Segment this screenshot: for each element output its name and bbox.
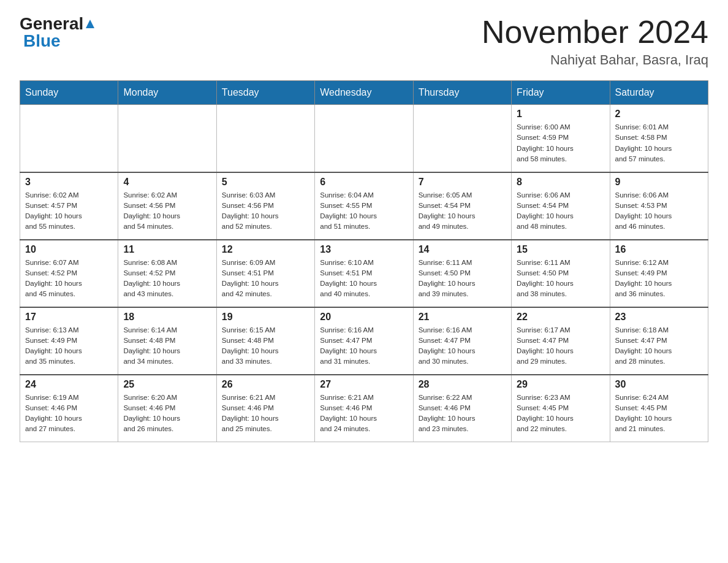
col-header-friday: Friday (512, 81, 610, 105)
day-cell (413, 105, 511, 172)
header: General Blue November 2024 Nahiyat Bahar… (20, 15, 708, 68)
day-info: Sunrise: 6:23 AMSunset: 4:45 PMDaylight:… (517, 393, 604, 435)
day-info: Sunrise: 6:05 AMSunset: 4:54 PMDaylight:… (419, 190, 506, 232)
day-cell (20, 105, 118, 172)
day-cell: 20Sunrise: 6:16 AMSunset: 4:47 PMDayligh… (315, 307, 413, 375)
logo-general: General (20, 14, 83, 33)
day-number: 24 (25, 379, 113, 390)
day-cell: 3Sunrise: 6:02 AMSunset: 4:57 PMDaylight… (20, 172, 118, 240)
day-cell: 18Sunrise: 6:14 AMSunset: 4:48 PMDayligh… (118, 307, 216, 375)
week-row-1: 1Sunrise: 6:00 AMSunset: 4:59 PMDaylight… (20, 105, 708, 172)
day-number: 14 (419, 244, 506, 255)
col-header-wednesday: Wednesday (315, 81, 413, 105)
logo-area: General Blue (20, 15, 96, 51)
day-number: 10 (25, 244, 113, 255)
location-subtitle: Nahiyat Bahar, Basra, Iraq (482, 52, 708, 68)
day-cell: 1Sunrise: 6:00 AMSunset: 4:59 PMDaylight… (512, 105, 610, 172)
logo-triangle-icon (85, 15, 96, 33)
day-info: Sunrise: 6:15 AMSunset: 4:48 PMDaylight:… (222, 325, 309, 367)
day-info: Sunrise: 6:16 AMSunset: 4:47 PMDaylight:… (320, 325, 408, 367)
day-number: 19 (222, 312, 309, 323)
day-number: 17 (25, 312, 113, 323)
day-number: 8 (517, 177, 604, 188)
logo-blue-line: Blue (23, 31, 96, 51)
day-cell: 23Sunrise: 6:18 AMSunset: 4:47 PMDayligh… (610, 307, 708, 375)
day-number: 16 (615, 244, 703, 255)
day-cell: 13Sunrise: 6:10 AMSunset: 4:51 PMDayligh… (315, 240, 413, 307)
day-number: 2 (615, 109, 703, 120)
month-year-title: November 2024 (482, 15, 708, 50)
day-number: 5 (222, 177, 309, 188)
logo-blue: Blue (23, 31, 61, 50)
day-cell: 25Sunrise: 6:20 AMSunset: 4:46 PMDayligh… (118, 375, 216, 442)
day-number: 12 (222, 244, 309, 255)
day-cell: 11Sunrise: 6:08 AMSunset: 4:52 PMDayligh… (118, 240, 216, 307)
day-cell: 6Sunrise: 6:04 AMSunset: 4:55 PMDaylight… (315, 172, 413, 240)
day-info: Sunrise: 6:18 AMSunset: 4:47 PMDaylight:… (615, 325, 703, 367)
day-number: 26 (222, 379, 309, 390)
day-info: Sunrise: 6:00 AMSunset: 4:59 PMDaylight:… (517, 122, 604, 164)
svg-marker-0 (86, 20, 94, 28)
day-number: 11 (123, 244, 211, 255)
day-cell: 24Sunrise: 6:19 AMSunset: 4:46 PMDayligh… (20, 375, 118, 442)
triangle-svg (85, 18, 96, 29)
day-info: Sunrise: 6:11 AMSunset: 4:50 PMDaylight:… (517, 258, 604, 300)
week-row-3: 10Sunrise: 6:07 AMSunset: 4:52 PMDayligh… (20, 240, 708, 307)
day-number: 22 (517, 312, 604, 323)
day-cell: 7Sunrise: 6:05 AMSunset: 4:54 PMDaylight… (413, 172, 511, 240)
day-cell: 27Sunrise: 6:21 AMSunset: 4:46 PMDayligh… (315, 375, 413, 442)
day-number: 28 (419, 379, 506, 390)
day-cell: 21Sunrise: 6:16 AMSunset: 4:47 PMDayligh… (413, 307, 511, 375)
day-number: 30 (615, 379, 703, 390)
day-cell: 16Sunrise: 6:12 AMSunset: 4:49 PMDayligh… (610, 240, 708, 307)
day-info: Sunrise: 6:20 AMSunset: 4:46 PMDaylight:… (123, 393, 211, 435)
day-cell: 2Sunrise: 6:01 AMSunset: 4:58 PMDaylight… (610, 105, 708, 172)
day-info: Sunrise: 6:07 AMSunset: 4:52 PMDaylight:… (25, 258, 113, 300)
day-cell: 30Sunrise: 6:24 AMSunset: 4:45 PMDayligh… (610, 375, 708, 442)
day-info: Sunrise: 6:09 AMSunset: 4:51 PMDaylight:… (222, 258, 309, 300)
day-info: Sunrise: 6:10 AMSunset: 4:51 PMDaylight:… (320, 258, 408, 300)
day-info: Sunrise: 6:13 AMSunset: 4:49 PMDaylight:… (25, 325, 113, 367)
day-info: Sunrise: 6:24 AMSunset: 4:45 PMDaylight:… (615, 393, 703, 435)
day-info: Sunrise: 6:21 AMSunset: 4:46 PMDaylight:… (222, 393, 309, 435)
day-cell: 26Sunrise: 6:21 AMSunset: 4:46 PMDayligh… (216, 375, 314, 442)
day-info: Sunrise: 6:19 AMSunset: 4:46 PMDaylight:… (25, 393, 113, 435)
day-info: Sunrise: 6:11 AMSunset: 4:50 PMDaylight:… (419, 258, 506, 300)
day-info: Sunrise: 6:02 AMSunset: 4:56 PMDaylight:… (123, 190, 211, 232)
day-number: 4 (123, 177, 211, 188)
day-info: Sunrise: 6:04 AMSunset: 4:55 PMDaylight:… (320, 190, 408, 232)
day-info: Sunrise: 6:03 AMSunset: 4:56 PMDaylight:… (222, 190, 309, 232)
day-info: Sunrise: 6:06 AMSunset: 4:53 PMDaylight:… (615, 190, 703, 232)
day-number: 27 (320, 379, 408, 390)
col-header-thursday: Thursday (413, 81, 511, 105)
week-row-4: 17Sunrise: 6:13 AMSunset: 4:49 PMDayligh… (20, 307, 708, 375)
calendar-header-row: SundayMondayTuesdayWednesdayThursdayFrid… (20, 81, 708, 105)
day-number: 9 (615, 177, 703, 188)
day-number: 6 (320, 177, 408, 188)
calendar-table: SundayMondayTuesdayWednesdayThursdayFrid… (20, 80, 708, 442)
day-cell: 15Sunrise: 6:11 AMSunset: 4:50 PMDayligh… (512, 240, 610, 307)
day-number: 29 (517, 379, 604, 390)
day-info: Sunrise: 6:14 AMSunset: 4:48 PMDaylight:… (123, 325, 211, 367)
day-number: 25 (123, 379, 211, 390)
day-cell: 12Sunrise: 6:09 AMSunset: 4:51 PMDayligh… (216, 240, 314, 307)
day-info: Sunrise: 6:01 AMSunset: 4:58 PMDaylight:… (615, 122, 703, 164)
day-number: 7 (419, 177, 506, 188)
day-info: Sunrise: 6:21 AMSunset: 4:46 PMDaylight:… (320, 393, 408, 435)
day-info: Sunrise: 6:02 AMSunset: 4:57 PMDaylight:… (25, 190, 113, 232)
day-cell (118, 105, 216, 172)
day-cell: 9Sunrise: 6:06 AMSunset: 4:53 PMDaylight… (610, 172, 708, 240)
col-header-sunday: Sunday (20, 81, 118, 105)
week-row-2: 3Sunrise: 6:02 AMSunset: 4:57 PMDaylight… (20, 172, 708, 240)
day-number: 20 (320, 312, 408, 323)
day-cell: 28Sunrise: 6:22 AMSunset: 4:46 PMDayligh… (413, 375, 511, 442)
day-number: 18 (123, 312, 211, 323)
day-cell: 10Sunrise: 6:07 AMSunset: 4:52 PMDayligh… (20, 240, 118, 307)
day-cell: 5Sunrise: 6:03 AMSunset: 4:56 PMDaylight… (216, 172, 314, 240)
day-info: Sunrise: 6:06 AMSunset: 4:54 PMDaylight:… (517, 190, 604, 232)
day-cell: 8Sunrise: 6:06 AMSunset: 4:54 PMDaylight… (512, 172, 610, 240)
day-cell: 4Sunrise: 6:02 AMSunset: 4:56 PMDaylight… (118, 172, 216, 240)
day-cell: 14Sunrise: 6:11 AMSunset: 4:50 PMDayligh… (413, 240, 511, 307)
day-cell: 19Sunrise: 6:15 AMSunset: 4:48 PMDayligh… (216, 307, 314, 375)
day-number: 23 (615, 312, 703, 323)
